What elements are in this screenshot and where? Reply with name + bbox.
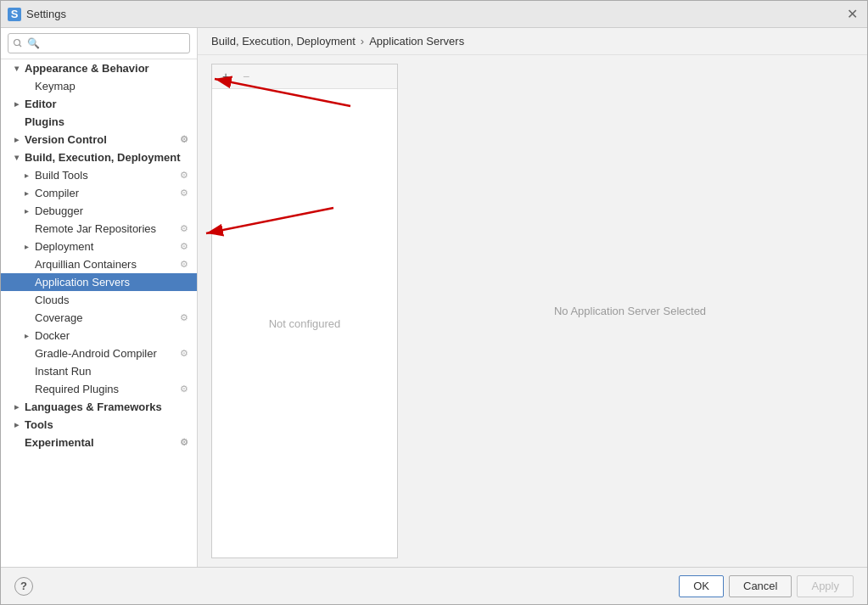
chevron-icon [21,313,31,323]
detail-panel: No Application Server Selected [406,64,854,558]
sidebar-item-build-tools[interactable]: ▸Build Tools⚙ [1,166,197,184]
sidebar-item-app-servers[interactable]: Application Servers [1,273,197,291]
sidebar-item-coverage[interactable]: Coverage⚙ [1,309,197,327]
gear-icon: ⚙ [178,384,190,395]
sidebar-item-debugger[interactable]: ▸Debugger [1,202,197,220]
chevron-icon [11,438,21,448]
sidebar-item-label: Build, Execution, Deployment [25,151,190,164]
sidebar-item-build-execution[interactable]: ▾Build, Execution, Deployment [1,148,197,166]
server-list-panel: + − Not configured [211,64,398,558]
sidebar-item-plugins[interactable]: Plugins [1,113,197,131]
sidebar-item-label: Clouds [35,294,190,306]
sidebar-item-editor[interactable]: ▸Editor [1,95,197,113]
sidebar-item-label: Tools [25,418,190,431]
sidebar-item-required-plugins[interactable]: Required Plugins⚙ [1,380,197,398]
add-server-button[interactable]: + [217,68,234,85]
right-panel: Build, Execution, Deployment › Applicati… [198,28,867,567]
sidebar-item-compiler[interactable]: ▸Compiler⚙ [1,184,197,202]
breadcrumb-separator: › [361,35,364,48]
app-icon: S [8,8,21,21]
sidebar-item-label: Plugins [25,115,190,128]
search-box [1,28,197,59]
breadcrumb-current: Application Servers [369,35,464,48]
sidebar-item-label: Languages & Frameworks [25,401,190,413]
sidebar-item-label: Build Tools [35,169,175,182]
chevron-icon: ▸ [11,420,21,430]
footer-buttons: OK Cancel Apply [679,575,854,597]
sidebar-item-label: Docker [35,329,190,342]
sidebar-item-tools[interactable]: ▸Tools [1,416,197,434]
sidebar: ▾Appearance & BehaviorKeymap▸EditorPlugi… [1,28,198,567]
titlebar: S Settings ✕ [1,1,867,28]
window-title: Settings [26,8,66,20]
sidebar-item-clouds[interactable]: Clouds [1,291,197,309]
chevron-icon [21,81,31,92]
chevron-icon: ▸ [11,99,21,109]
gear-icon: ⚙ [178,437,190,449]
sidebar-item-deployment[interactable]: ▸Deployment⚙ [1,238,197,255]
sidebar-item-label: Keymap [35,80,190,92]
sidebar-item-version-control[interactable]: ▸Version Control⚙ [1,131,197,148]
chevron-icon: ▾ [11,153,21,163]
search-input[interactable] [8,33,190,53]
help-button[interactable]: ? [14,577,33,596]
chevron-icon: ▸ [11,135,21,145]
sidebar-item-languages[interactable]: ▸Languages & Frameworks [1,398,197,416]
chevron-icon: ▸ [11,402,21,412]
sidebar-item-label: Required Plugins [35,383,175,395]
server-list-body: Not configured [212,89,397,557]
sidebar-item-label: Application Servers [35,276,190,288]
titlebar-left: S Settings [8,8,66,21]
chevron-icon [21,384,31,395]
no-selection-label: No Application Server Selected [554,305,706,317]
chevron-icon [11,117,21,127]
gear-icon: ⚙ [178,170,190,182]
sidebar-item-label: Appearance & Behavior [25,62,190,75]
sidebar-item-label: Coverage [35,311,175,324]
breadcrumb: Build, Execution, Deployment › Applicati… [198,28,867,55]
cancel-button[interactable]: Cancel [729,575,792,597]
sidebar-item-label: Remote Jar Repositories [35,222,175,235]
chevron-icon [21,260,31,270]
gear-icon: ⚙ [178,134,190,146]
sidebar-item-label: Editor [25,98,190,110]
chevron-icon [21,295,31,305]
ok-button[interactable]: OK [679,575,724,597]
sidebar-item-remote-jar[interactable]: Remote Jar Repositories⚙ [1,220,197,238]
sidebar-item-keymap[interactable]: Keymap [1,77,197,95]
sidebar-item-instant-run[interactable]: Instant Run [1,362,197,380]
gear-icon: ⚙ [178,241,190,253]
sidebar-item-label: Experimental [25,436,175,449]
not-configured-label: Not configured [269,317,341,330]
sidebar-item-arquillian[interactable]: Arquillian Containers⚙ [1,255,197,273]
chevron-icon [21,224,31,234]
chevron-icon [21,367,31,377]
chevron-icon: ▸ [21,242,31,252]
chevron-icon: ▸ [21,331,31,341]
content-area: + − Not configured No Application Server… [198,55,867,567]
chevron-icon [21,277,31,288]
gear-icon: ⚙ [178,348,190,360]
chevron-icon: ▸ [21,171,31,181]
sidebar-item-appearance[interactable]: ▾Appearance & Behavior [1,59,197,77]
settings-window: S Settings ✕ ▾Appearance & BehaviorKeyma… [0,0,868,605]
sidebar-item-label: Debugger [35,204,190,217]
chevron-icon [21,349,31,359]
sidebar-item-label: Version Control [25,133,175,146]
sidebar-item-gradle-android[interactable]: Gradle-Android Compiler⚙ [1,345,197,362]
chevron-icon: ▾ [11,64,21,74]
chevron-icon: ▸ [21,206,31,216]
main-content: ▾Appearance & BehaviorKeymap▸EditorPlugi… [1,28,867,567]
sidebar-item-label: Instant Run [35,365,190,378]
sidebar-item-experimental[interactable]: Experimental⚙ [1,434,197,451]
sidebar-item-label: Gradle-Android Compiler [35,347,175,360]
sidebar-item-label: Arquillian Containers [35,258,175,271]
remove-server-button[interactable]: − [238,68,255,85]
apply-button[interactable]: Apply [797,575,854,597]
breadcrumb-parent: Build, Execution, Deployment [211,35,356,48]
sidebar-item-docker[interactable]: ▸Docker [1,327,197,345]
nav-tree: ▾Appearance & BehaviorKeymap▸EditorPlugi… [1,59,197,567]
gear-icon: ⚙ [178,312,190,324]
close-button[interactable]: ✕ [843,6,860,23]
chevron-icon: ▸ [21,188,31,199]
